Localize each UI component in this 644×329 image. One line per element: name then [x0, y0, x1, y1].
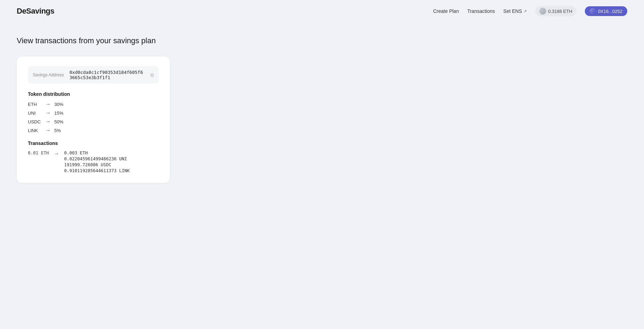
arrow-icon-link: → [45, 127, 51, 133]
token-row-usdc: USDC → 50% [28, 118, 159, 125]
nav-right: Create Plan Transactions Set ENS ↗ 0.318… [433, 6, 627, 16]
token-name-uni: UNI [28, 110, 42, 116]
token-pct-eth: 30% [54, 102, 63, 107]
token-pct-usdc: 50% [54, 119, 63, 124]
savings-address-label: Savings Address [33, 72, 64, 78]
create-plan-link[interactable]: Create Plan [433, 8, 459, 14]
token-row-link: LINK → 5% [28, 127, 159, 133]
page-title: View transactions from your savings plan [17, 36, 297, 45]
token-distribution-title: Token distribution [28, 91, 159, 97]
token-name-link: LINK [28, 128, 42, 133]
transactions-title: Transactions [28, 140, 159, 146]
tx-output-usdc: 191999.726086 USDC [64, 162, 129, 167]
tx-output-uni: 0.022045961499486236 UNI [64, 156, 129, 161]
token-list: ETH → 30% UNI → 15% USDC → 50% LINK → 5% [28, 101, 159, 133]
wallet-address-button[interactable]: 0X16...0252 [585, 6, 627, 16]
set-ens-button[interactable]: Set ENS ↗ [503, 8, 527, 14]
app-logo: DeSavings [17, 7, 54, 16]
navbar: DeSavings Create Plan Transactions Set E… [0, 0, 644, 22]
wallet-address-label: 0X16...0252 [598, 9, 622, 14]
savings-address-value: 0xd0cda8c1cf90353d184f605f63665c53e3b3f1… [69, 70, 145, 80]
arrow-icon-eth: → [45, 101, 51, 107]
transaction-row: 0.01 ETH → 0.003 ETH 0.02204596149948623… [28, 150, 159, 173]
tx-outputs: 0.003 ETH 0.022045961499486236 UNI 19199… [64, 150, 129, 173]
transactions-link[interactable]: Transactions [467, 8, 495, 14]
address-avatar-icon [590, 8, 596, 14]
token-pct-uni: 15% [54, 110, 63, 116]
token-pct-link: 5% [54, 128, 61, 133]
token-row-uni: UNI → 15% [28, 110, 159, 116]
token-row-eth: ETH → 30% [28, 101, 159, 107]
main-content: View transactions from your savings plan… [0, 22, 313, 197]
arrow-icon-uni: → [45, 110, 51, 116]
external-link-icon: ↗ [524, 9, 527, 14]
savings-address-row: Savings Address 0xd0cda8c1cf90353d184f60… [28, 66, 159, 84]
tx-input-value: 0.01 ETH [28, 150, 49, 155]
balance-value: 0.3188 ETH [548, 9, 572, 14]
token-name-usdc: USDC [28, 119, 42, 124]
balance-display: 0.3188 ETH [535, 6, 576, 16]
set-ens-label: Set ENS [503, 8, 522, 14]
savings-card: Savings Address 0xd0cda8c1cf90353d184f60… [17, 56, 170, 183]
copy-address-icon[interactable]: ⧉ [150, 72, 154, 78]
token-name-eth: ETH [28, 102, 42, 107]
transactions-section: Transactions 0.01 ETH → 0.003 ETH 0.0220… [28, 140, 159, 173]
avatar-icon [539, 8, 546, 15]
tx-output-link: 0.910119285644611373 LINK [64, 168, 129, 173]
arrow-icon-usdc: → [45, 118, 51, 125]
tx-output-eth: 0.003 ETH [64, 150, 129, 155]
tx-arrow-icon: → [54, 151, 59, 157]
